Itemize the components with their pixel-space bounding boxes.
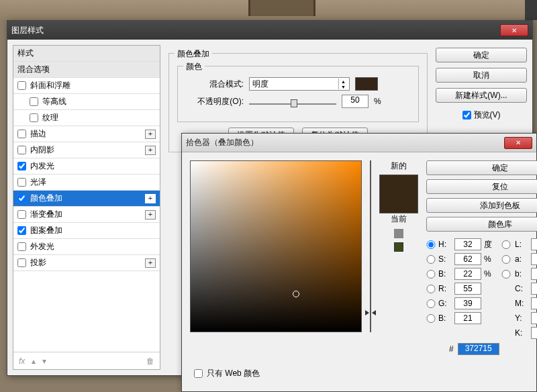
add-icon[interactable]: +: [145, 130, 156, 139]
hex-label: #: [449, 344, 454, 354]
color-picker-dialog: 拾色器（叠加颜色） ✕ 新的 当前 确定 复位: [181, 133, 537, 392]
preview-label: 预览(V): [474, 109, 501, 121]
close-button[interactable]: ✕: [500, 24, 528, 36]
texture-checkbox[interactable]: [30, 113, 38, 122]
fx-icon[interactable]: fx: [19, 356, 25, 366]
blend-mode-select[interactable]: 明度 ▲▼: [249, 77, 350, 91]
cube-icon[interactable]: [394, 229, 403, 238]
bl-input[interactable]: [531, 268, 537, 280]
style-texture[interactable]: 纹理: [13, 110, 160, 126]
inner-shadow-checkbox[interactable]: [17, 146, 26, 154]
close-button[interactable]: ✕: [504, 137, 532, 149]
websafe-swatch-icon[interactable]: [394, 242, 403, 252]
g-input[interactable]: [454, 297, 481, 309]
style-outer-glow[interactable]: 外发光: [13, 239, 160, 255]
new-color-swatch[interactable]: [380, 175, 418, 194]
stroke-checkbox[interactable]: [17, 130, 26, 138]
style-inner-glow[interactable]: 内发光: [13, 158, 160, 175]
add-icon[interactable]: +: [145, 210, 156, 219]
style-stroke[interactable]: 描边+: [13, 126, 160, 142]
style-satin[interactable]: 光泽: [13, 175, 160, 191]
outer-glow-checkbox[interactable]: [17, 242, 26, 251]
web-only-label: 只有 Web 颜色: [207, 368, 260, 379]
a-input[interactable]: [531, 253, 537, 265]
color-overlay-checkbox[interactable]: [17, 194, 26, 203]
hue-slider[interactable]: [370, 160, 371, 332]
opacity-slider[interactable]: [249, 95, 336, 107]
cancel-button[interactable]: 取消: [436, 68, 527, 83]
web-only-checkbox[interactable]: [194, 369, 203, 378]
bevel-checkbox[interactable]: [17, 81, 26, 90]
layer-dialog-title: 图层样式: [11, 25, 44, 36]
contour-checkbox[interactable]: [30, 97, 38, 106]
color-values-grid: H:度 L: S:% a: B:% b: R: C:% G: M:% B: Y:…: [426, 238, 537, 339]
trash-icon[interactable]: 🗑: [146, 356, 154, 366]
k-input[interactable]: [531, 327, 537, 339]
bh-radio[interactable]: [426, 270, 436, 279]
bh-input[interactable]: [454, 268, 481, 280]
styles-header[interactable]: 样式: [13, 46, 160, 62]
style-bevel[interactable]: 斜面和浮雕: [13, 78, 160, 94]
s-radio[interactable]: [426, 255, 436, 264]
satin-checkbox[interactable]: [17, 178, 26, 187]
add-icon[interactable]: +: [145, 146, 156, 155]
bl-radio[interactable]: [500, 270, 512, 279]
style-contour[interactable]: 等高线: [13, 94, 160, 110]
opacity-unit: %: [374, 97, 381, 106]
styles-column: 样式 混合选项 斜面和浮雕 等高线 纹理 描边+ 内阴影+ 内发光 光泽 颜色叠…: [13, 45, 160, 370]
s-input[interactable]: [454, 253, 481, 265]
c-input[interactable]: [531, 283, 537, 295]
r-radio[interactable]: [426, 285, 436, 293]
ruler-corner: [525, 0, 537, 20]
overlay-color-swatch[interactable]: [355, 77, 378, 91]
r-input[interactable]: [454, 283, 481, 295]
add-swatch-button[interactable]: 添加到色板: [426, 198, 537, 213]
sv-cursor-icon: [293, 291, 299, 297]
add-icon[interactable]: +: [145, 258, 156, 268]
current-color-swatch[interactable]: [380, 194, 418, 213]
ok-button[interactable]: 确定: [436, 48, 527, 62]
hex-input[interactable]: 372715: [458, 343, 499, 355]
l-radio[interactable]: [500, 240, 512, 249]
drop-shadow-checkbox[interactable]: [17, 258, 26, 267]
m-input[interactable]: [531, 297, 537, 309]
picker-reset-button[interactable]: 复位: [426, 179, 537, 194]
h-input[interactable]: [454, 238, 481, 250]
new-style-button[interactable]: 新建样式(W)...: [436, 88, 527, 103]
inner-title: 颜色: [183, 61, 205, 72]
saturation-value-field[interactable]: [190, 160, 362, 332]
g-radio[interactable]: [426, 299, 436, 308]
gradient-overlay-checkbox[interactable]: [17, 210, 26, 219]
add-icon[interactable]: +: [145, 194, 156, 203]
down-arrow-icon[interactable]: ▾: [42, 356, 46, 366]
picker-right-panel: 确定 复位 添加到色板 颜色库 H:度 L: S:% a: B:% b: R: …: [426, 160, 537, 383]
a-radio[interactable]: [500, 255, 512, 264]
blend-options-row[interactable]: 混合选项: [13, 62, 160, 78]
opacity-input[interactable]: 50: [342, 95, 369, 108]
y-input[interactable]: [531, 312, 537, 324]
color-inner-group: 颜色 混合模式: 明度 ▲▼ 不透明度(O):: [177, 66, 419, 122]
new-label: 新的: [391, 160, 407, 172]
style-pattern-overlay[interactable]: 图案叠加: [13, 223, 160, 239]
color-library-button[interactable]: 颜色库: [426, 217, 537, 232]
style-color-overlay[interactable]: 颜色叠加+: [13, 191, 160, 207]
opacity-label: 不透明度(O):: [186, 96, 244, 107]
l-input[interactable]: [531, 238, 537, 250]
preview-checkbox[interactable]: [462, 111, 471, 119]
web-only-row: 只有 Web 颜色: [194, 368, 260, 379]
up-arrow-icon[interactable]: ▴: [32, 356, 36, 366]
current-label: 当前: [391, 213, 407, 225]
style-gradient-overlay[interactable]: 渐变叠加+: [13, 207, 160, 223]
picker-titlebar[interactable]: 拾色器（叠加颜色） ✕: [182, 134, 536, 152]
style-inner-shadow[interactable]: 内阴影+: [13, 142, 160, 158]
layer-dialog-titlebar[interactable]: 图层样式 ✕: [7, 21, 532, 40]
blend-mode-label: 混合模式:: [186, 79, 244, 90]
inner-glow-checkbox[interactable]: [17, 162, 26, 170]
picker-ok-button[interactable]: 确定: [426, 160, 537, 175]
pattern-overlay-checkbox[interactable]: [17, 226, 26, 235]
bc-radio[interactable]: [426, 314, 436, 323]
h-radio[interactable]: [426, 240, 436, 249]
styles-list: 样式 混合选项 斜面和浮雕 等高线 纹理 描边+ 内阴影+ 内发光 光泽 颜色叠…: [13, 46, 160, 352]
bc-input[interactable]: [454, 312, 481, 324]
style-drop-shadow[interactable]: 投影+: [13, 255, 160, 271]
